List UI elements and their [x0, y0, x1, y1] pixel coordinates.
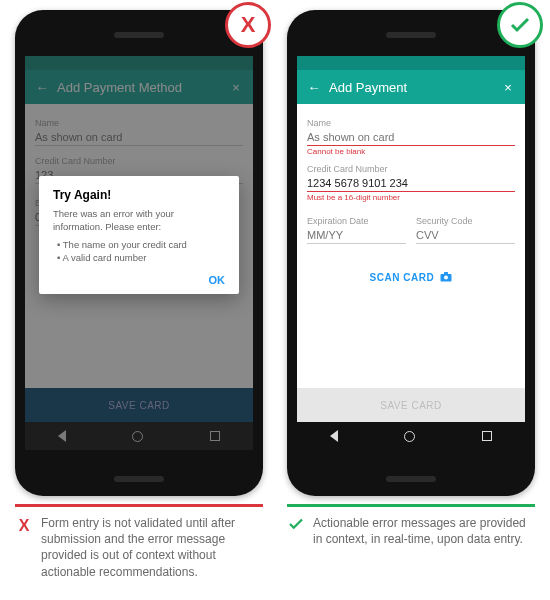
- status-bar: [297, 56, 525, 70]
- exp-field-label: Expiration Date: [307, 216, 406, 226]
- bad-caption: X Form entry is not validated until afte…: [15, 515, 263, 580]
- screen-right: ← Add Payment × Name Cannot be blank Cre…: [297, 56, 525, 450]
- dialog-body: There was an error with your information…: [53, 208, 225, 234]
- exp-input[interactable]: [307, 226, 406, 244]
- phone-frame-left: ← Add Payment Method × Name Credit Card …: [15, 10, 263, 496]
- svg-point-2: [444, 276, 448, 280]
- check-icon: [287, 515, 305, 539]
- dialog-title: Try Again!: [53, 188, 225, 202]
- caption-text: Actionable error messages are provided i…: [313, 515, 535, 547]
- good-caption: Actionable error messages are provided i…: [287, 515, 535, 547]
- x-icon: X: [241, 12, 256, 38]
- back-icon[interactable]: ←: [305, 80, 323, 95]
- scan-card-button[interactable]: SCAN CARD: [307, 272, 515, 284]
- nav-home-icon[interactable]: [404, 431, 415, 442]
- bad-badge: X: [225, 2, 271, 48]
- good-example-column: ← Add Payment × Name Cannot be blank Cre…: [282, 10, 540, 580]
- cc-input[interactable]: [307, 174, 515, 192]
- camera-icon: [440, 272, 452, 284]
- x-icon: X: [15, 515, 33, 537]
- android-navbar: [297, 422, 525, 450]
- dialog-ok-button[interactable]: OK: [53, 274, 225, 286]
- name-field-label: Name: [307, 118, 515, 128]
- sec-input[interactable]: [416, 226, 515, 244]
- svg-rect-1: [444, 272, 448, 275]
- name-input[interactable]: [307, 128, 515, 146]
- save-button[interactable]: SAVE CARD: [297, 388, 525, 422]
- dialog-list: The name on your credit card A valid car…: [57, 238, 225, 265]
- close-icon[interactable]: ×: [499, 80, 517, 95]
- screen-left: ← Add Payment Method × Name Credit Card …: [25, 56, 253, 450]
- nav-back-icon[interactable]: [330, 430, 338, 442]
- form-content: Name Cannot be blank Credit Card Number …: [297, 104, 525, 388]
- cc-error: Must be a 16-digit number: [307, 193, 515, 202]
- bad-underline: [15, 504, 263, 507]
- dialog-list-item: A valid card number: [57, 251, 225, 264]
- caption-text: Form entry is not validated until after …: [41, 515, 263, 580]
- good-badge: [497, 2, 543, 48]
- dialog-list-item: The name on your credit card: [57, 238, 225, 251]
- error-dialog: Try Again! There was an error with your …: [39, 176, 239, 294]
- app-bar: ← Add Payment ×: [297, 70, 525, 104]
- check-icon: [508, 13, 532, 37]
- sec-field-label: Security Code: [416, 216, 515, 226]
- good-underline: [287, 504, 535, 507]
- phone-frame-right: ← Add Payment × Name Cannot be blank Cre…: [287, 10, 535, 496]
- name-error: Cannot be blank: [307, 147, 515, 156]
- nav-recent-icon[interactable]: [482, 431, 492, 441]
- bad-example-column: X ← Add Payment Method × Name Credit Car…: [10, 10, 268, 580]
- appbar-title: Add Payment: [323, 80, 499, 95]
- cc-field-label: Credit Card Number: [307, 164, 515, 174]
